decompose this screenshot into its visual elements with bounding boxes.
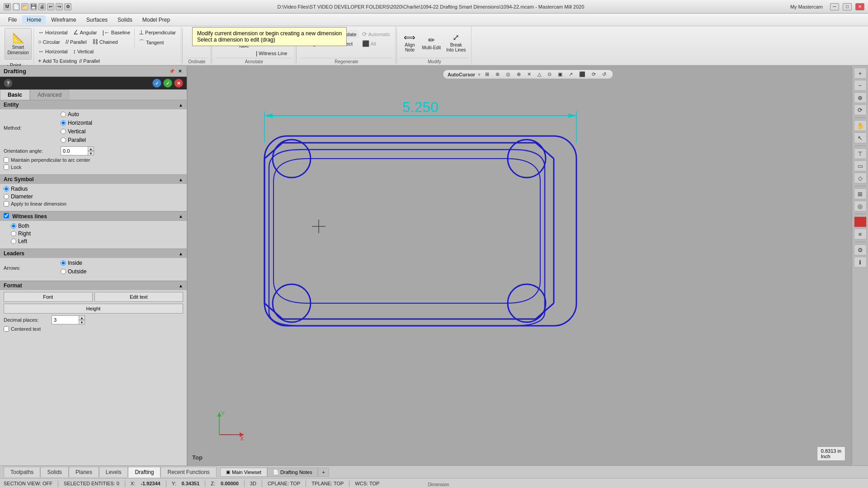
apply-linear-checkbox[interactable] — [4, 201, 9, 206]
menu-file[interactable]: File — [4, 15, 21, 24]
decimal-spin-up[interactable]: ▲ — [79, 315, 85, 320]
tab-toolpaths[interactable]: Toolpaths — [4, 467, 40, 477]
tab-planes[interactable]: Planes — [69, 467, 99, 477]
both-label[interactable]: Both — [11, 223, 183, 229]
view-iso-button[interactable]: ◇ — [854, 173, 867, 183]
autocursor-btn-1[interactable]: ⊞ — [483, 71, 491, 78]
grid-button[interactable]: ⊞ — [854, 188, 867, 199]
centered-text-checkbox[interactable] — [4, 326, 9, 332]
autocursor-btn-4[interactable]: ⊕ — [515, 71, 523, 78]
left-radio[interactable] — [11, 239, 16, 244]
autocursor-btn-5[interactable]: ✕ — [525, 71, 533, 78]
zoom-fit-button[interactable]: ⊕ — [854, 92, 867, 103]
close-button[interactable]: ✕ — [855, 3, 864, 10]
chained-button[interactable]: ⛓ Chained — [90, 38, 120, 46]
orientation-spin-down[interactable]: ▼ — [88, 151, 94, 155]
add-to-existing-button[interactable]: + Add To Existing // Parallel — [36, 56, 102, 65]
decimal-input[interactable] — [52, 315, 79, 324]
maintain-perp-checkbox[interactable] — [4, 157, 9, 163]
autocursor-btn-3[interactable]: ◎ — [504, 71, 512, 78]
align-note-button[interactable]: ⟺ AlignNote — [401, 32, 419, 54]
witness-lines-checkbox[interactable] — [4, 213, 9, 218]
open-icon[interactable]: 📂 — [21, 3, 28, 10]
settings-icon[interactable]: ⚙ — [64, 3, 71, 10]
ok-button[interactable]: ✓ — [163, 79, 172, 88]
leaders-section-header[interactable]: Leaders ▲ — [0, 249, 187, 258]
outside-label[interactable]: Outside — [61, 268, 86, 275]
menu-solids[interactable]: Solids — [113, 15, 137, 24]
autocursor-btn-11[interactable]: ⟳ — [590, 71, 598, 78]
layer-button[interactable]: ≡ — [854, 229, 867, 239]
horizontal2-button[interactable]: ↔ Horizontal — [36, 47, 70, 56]
arc-symbol-section-header[interactable]: Arc Symbol ▲ — [0, 174, 187, 184]
new-icon[interactable]: 📄 — [13, 3, 20, 10]
orientation-input[interactable] — [61, 146, 88, 155]
maximize-button[interactable]: □ — [843, 3, 852, 10]
left-label[interactable]: Left — [11, 238, 183, 244]
tab-recent-functions[interactable]: Recent Functions — [160, 467, 216, 477]
panel-close-button[interactable]: ✕ — [177, 68, 183, 75]
help-button[interactable]: ? — [4, 79, 13, 88]
diameter-radio[interactable] — [4, 194, 9, 199]
multi-edit-button[interactable]: ✏ Multi-Edit — [420, 35, 443, 52]
info-button[interactable]: ℹ — [854, 257, 867, 267]
viewset-main[interactable]: ▣ Main Viewset — [220, 468, 267, 477]
pan-button[interactable]: ✋ — [854, 120, 867, 131]
vertical-button[interactable]: ↕ Vertical — [71, 47, 96, 56]
method-horizontal-label[interactable]: Horizontal — [61, 120, 92, 126]
edit-text-button[interactable]: Edit text — [94, 292, 184, 302]
view-top-button[interactable]: ⊤ — [854, 148, 867, 159]
autocursor-btn-8[interactable]: ▣ — [556, 71, 564, 78]
color-picker-button[interactable] — [854, 216, 867, 227]
horizontal-button[interactable]: ↔ Horizontal — [36, 28, 70, 37]
height-button[interactable]: Height — [4, 304, 183, 314]
method-auto-label[interactable]: Auto — [61, 111, 92, 117]
rotate-button[interactable]: ⟳ — [854, 104, 867, 115]
autocursor-btn-12[interactable]: ↺ — [600, 71, 608, 78]
inside-label[interactable]: Inside — [61, 260, 86, 266]
settings2-button[interactable]: ⚙ — [854, 244, 867, 255]
radius-radio[interactable] — [4, 186, 9, 192]
decimal-spin-down[interactable]: ▼ — [79, 320, 85, 324]
lock-checkbox[interactable] — [4, 164, 9, 170]
method-parallel-radio[interactable] — [61, 137, 66, 143]
diameter-label[interactable]: Diameter — [4, 193, 183, 200]
break-into-lines-button[interactable]: ⤢ BreakInto Lines — [444, 32, 468, 54]
parallel-button[interactable]: // Parallel — [63, 38, 89, 46]
app-icon[interactable]: M — [4, 3, 11, 10]
method-parallel-label[interactable]: Parallel — [61, 137, 92, 143]
method-vertical-radio[interactable] — [61, 129, 66, 134]
inside-radio[interactable] — [61, 260, 66, 266]
select-tool-button[interactable]: ↖ — [854, 132, 867, 143]
snap-button[interactable]: ◎ — [854, 201, 867, 211]
menu-wireframe[interactable]: Wireframe — [47, 15, 80, 24]
menu-home[interactable]: Home — [22, 15, 46, 24]
redo-icon[interactable]: ↪ — [56, 3, 63, 10]
autocursor-btn-9[interactable]: ↗ — [567, 71, 575, 78]
viewset-add-button[interactable]: + — [318, 468, 329, 477]
tab-advanced[interactable]: Advanced — [30, 89, 69, 100]
method-horizontal-radio[interactable] — [61, 120, 66, 126]
angular-button[interactable]: ∠ Angular — [71, 28, 99, 37]
panel-pin-button[interactable]: 📌 — [169, 68, 175, 75]
circular-button[interactable]: ○ Circular — [36, 38, 62, 46]
zoom-in-button[interactable]: + — [854, 68, 867, 79]
cancel-button[interactable]: ✕ — [174, 79, 183, 88]
all-button[interactable]: ⬛ All — [360, 39, 393, 48]
autocursor-btn-6[interactable]: △ — [536, 71, 543, 78]
tab-solids[interactable]: Solids — [40, 467, 69, 477]
right-label[interactable]: Right — [11, 230, 183, 237]
method-vertical-label[interactable]: Vertical — [61, 128, 92, 135]
method-auto-radio[interactable] — [61, 112, 66, 117]
menu-surfaces[interactable]: Surfaces — [82, 15, 112, 24]
entity-section-header[interactable]: Entity ▲ — [0, 100, 187, 109]
outside-radio[interactable] — [61, 269, 66, 274]
both-radio[interactable] — [11, 223, 16, 229]
autocursor-btn-10[interactable]: ⬛ — [577, 71, 587, 78]
tab-drafting[interactable]: Drafting — [128, 467, 160, 478]
tab-basic[interactable]: Basic — [0, 89, 30, 100]
print-icon[interactable]: 🖨 — [38, 3, 46, 10]
perpendicular-button[interactable]: ⊥ Perpendicular — [137, 28, 178, 37]
autocursor-btn-2[interactable]: ⊛ — [494, 71, 501, 78]
witness-lines-section-header[interactable]: Witness lines ▲ — [0, 211, 187, 221]
